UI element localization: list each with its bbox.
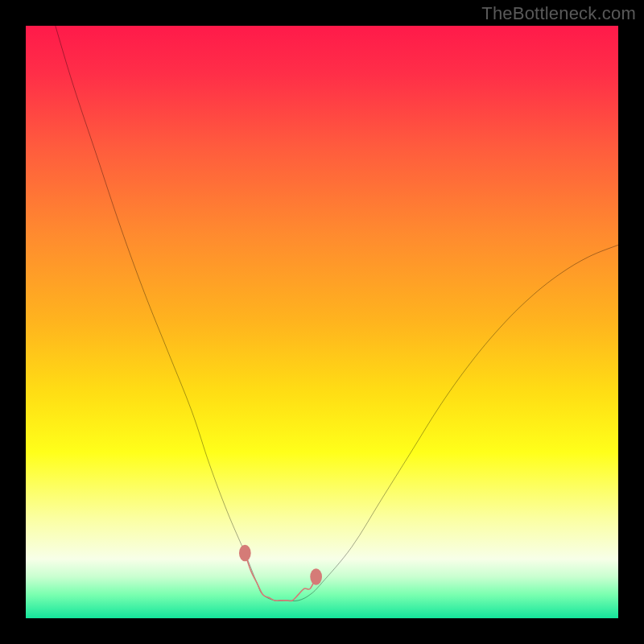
marks-layer [26,26,618,618]
chart-frame: TheBottleneck.com [0,0,644,644]
optimal-segment [245,553,316,601]
watermark-label: TheBottleneck.com [481,3,636,24]
optimal-endpoint-dot [310,568,322,585]
optimal-endpoint-dot [239,545,251,562]
plot-area [26,26,618,618]
